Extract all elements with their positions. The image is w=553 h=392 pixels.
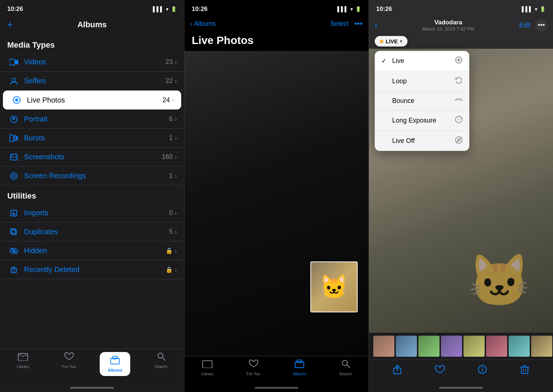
live-photos-chevron: › xyxy=(172,97,174,103)
svg-point-35 xyxy=(458,59,460,61)
favorite-button[interactable] xyxy=(435,365,445,374)
dropdown-loop-left: ✓ Loop xyxy=(381,77,407,85)
sidebar-item-imports[interactable]: Imports 0 › xyxy=(0,204,184,223)
tab-albums-active[interactable]: Albums xyxy=(92,352,138,376)
tab-library[interactable]: Library xyxy=(0,352,46,376)
sidebar-item-screenshots[interactable]: Screenshots 160 › xyxy=(0,148,184,167)
photo-thumbnail[interactable]: 🐱 xyxy=(310,261,358,312)
tab-search-p2[interactable]: Search xyxy=(323,359,369,376)
more-options-button-p3[interactable]: ••• xyxy=(536,20,547,31)
live-badge-button[interactable]: LIVE ▾ xyxy=(375,36,407,47)
back-to-albums-button[interactable]: ‹ Albums xyxy=(190,20,216,28)
tab-for-you[interactable]: For You xyxy=(46,352,92,376)
status-icons-2: ▌▌▌ ▾ 🔋 xyxy=(337,6,361,12)
thumbnail-1[interactable] xyxy=(373,336,394,357)
thumbnail-5[interactable] xyxy=(464,336,485,357)
status-time-1: 10:26 xyxy=(7,5,23,13)
imports-icon xyxy=(7,209,20,217)
sidebar-item-portrait[interactable]: Portrait 6 › xyxy=(0,110,184,129)
svg-line-33 xyxy=(347,365,350,368)
dropdown-item-loop[interactable]: ✓ Loop xyxy=(375,71,469,92)
albums-tab-icon xyxy=(110,356,120,367)
svg-rect-0 xyxy=(9,59,15,65)
add-album-button[interactable]: + xyxy=(7,19,13,30)
sidebar-item-bursts[interactable]: Bursts 1 › xyxy=(0,129,184,148)
sidebar-item-duplicates[interactable]: Duplicates 5 › xyxy=(0,223,184,241)
panel-live-photos: 10:26 ▌▌▌ ▾ 🔋 ‹ Albums Select ••• Live P… xyxy=(184,0,369,392)
wifi-icon-3: ▾ xyxy=(535,6,537,12)
videos-chevron: › xyxy=(175,59,177,65)
checkmark-icon: ✓ xyxy=(381,57,389,65)
search-tab-icon xyxy=(157,352,166,363)
thumbnail-6[interactable] xyxy=(486,336,507,357)
svg-rect-29 xyxy=(203,361,212,368)
selfies-label: Selfies xyxy=(24,77,166,85)
albums-icon-p2 xyxy=(295,359,304,370)
dropdown-item-live[interactable]: ✓ Live xyxy=(375,51,469,71)
duplicates-chevron: › xyxy=(175,229,177,235)
info-button[interactable] xyxy=(478,365,487,374)
screenshots-icon xyxy=(7,153,20,161)
battery-icon: 🔋 xyxy=(171,6,177,12)
albums-content: Media Types Videos 23 › Selfies 22 › Liv… xyxy=(0,35,184,349)
thumbnail-4[interactable] xyxy=(441,336,462,357)
bursts-chevron: › xyxy=(175,135,177,141)
panel3-toolbar xyxy=(369,360,553,383)
photo-title-block: Vadodara March 10, 2023 7:42 PM xyxy=(422,19,474,32)
battery-icon-3: 🔋 xyxy=(540,6,546,12)
live-chevron-icon: ▾ xyxy=(400,39,402,44)
svg-point-12 xyxy=(12,155,13,156)
dropdown-live-left: ✓ Live xyxy=(381,57,404,65)
live-badge-label: LIVE xyxy=(386,38,398,44)
sidebar-item-hidden[interactable]: Hidden 🔒 › xyxy=(0,241,184,260)
sidebar-item-recently-deleted[interactable]: Recently Deleted 🔒 › xyxy=(0,260,184,279)
videos-count: 23 xyxy=(166,58,173,66)
svg-point-46 xyxy=(482,367,483,368)
duplicates-count: 5 xyxy=(169,228,173,236)
cat-photo-image: 🐱 xyxy=(468,251,531,311)
more-options-button[interactable]: ••• xyxy=(354,19,363,28)
wifi-icon-2: ▾ xyxy=(350,6,353,12)
screen-recordings-icon xyxy=(7,172,20,180)
albums-title: Albums xyxy=(77,20,107,29)
sidebar-item-selfies[interactable]: Selfies 22 › xyxy=(0,72,184,91)
library-tab-label: Library xyxy=(17,364,29,369)
tab-for-you-p2[interactable]: For You xyxy=(231,359,277,376)
svg-point-38 xyxy=(462,100,463,101)
thumbnail-2[interactable] xyxy=(396,336,417,357)
tab-search[interactable]: Search xyxy=(138,352,184,376)
select-button[interactable]: Select xyxy=(330,20,349,28)
thumbnail-8[interactable] xyxy=(531,336,552,357)
back-chevron-icon: ‹ xyxy=(190,20,192,28)
edit-button[interactable]: Edit xyxy=(519,21,530,29)
signal-icon: ▌▌▌ xyxy=(153,6,164,12)
signal-icon-2: ▌▌▌ xyxy=(337,6,348,12)
duplicates-label: Duplicates xyxy=(24,228,169,236)
videos-icon xyxy=(7,59,20,65)
photo-grid[interactable]: 🐱 xyxy=(184,51,369,356)
dropdown-item-bounce[interactable]: ✓ Bounce xyxy=(375,92,469,111)
sidebar-item-screen-recordings[interactable]: Screen Recordings 1 › xyxy=(0,167,184,185)
dropdown-item-live-off[interactable]: ✓ Live Off xyxy=(375,131,469,151)
sidebar-item-live-photos[interactable]: Live Photos 24 › xyxy=(3,91,181,110)
dropdown-long-exposure-left: ✓ Long Exposure xyxy=(381,117,436,124)
back-button-p3[interactable]: ‹ xyxy=(375,21,377,30)
dropdown-item-long-exposure[interactable]: ✓ Long Exposure xyxy=(375,111,469,131)
panel3-actions: Edit ••• xyxy=(519,20,547,31)
live-option-icon xyxy=(455,56,463,66)
svg-point-14 xyxy=(12,175,15,177)
tab-albums-p2[interactable]: Albums xyxy=(276,359,323,376)
thumbnail-7[interactable] xyxy=(509,336,530,357)
selfies-count: 22 xyxy=(166,77,173,85)
portrait-label: Portrait xyxy=(24,115,169,123)
selfies-icon xyxy=(7,77,20,85)
thumbnail-3[interactable] xyxy=(418,336,439,357)
tab-library-p2[interactable]: Library xyxy=(184,359,231,376)
recently-deleted-icon xyxy=(7,266,20,274)
svg-rect-8 xyxy=(10,135,13,141)
delete-button[interactable] xyxy=(520,364,529,375)
svg-point-13 xyxy=(11,173,17,179)
share-button[interactable] xyxy=(393,364,402,375)
media-types-section-title: Media Types xyxy=(0,35,184,53)
sidebar-item-videos[interactable]: Videos 23 › xyxy=(0,53,184,72)
